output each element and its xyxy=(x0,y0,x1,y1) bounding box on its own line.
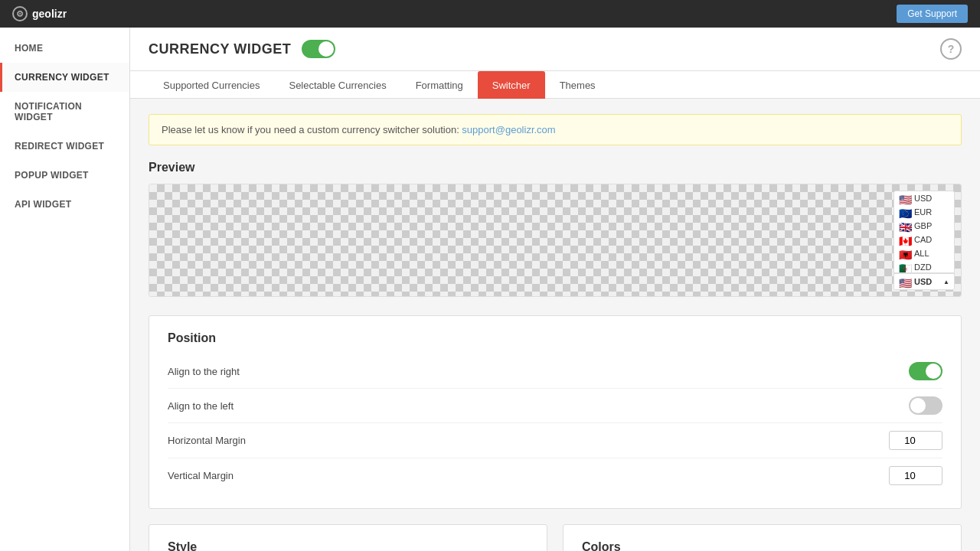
vertical-margin-label: Vertical Margin xyxy=(168,470,234,481)
sidebar-item-redirect-widget[interactable]: REDIRECT WIDGET xyxy=(0,132,129,161)
align-left-label: Align to the left xyxy=(168,400,234,412)
code-all: ALL xyxy=(914,249,929,258)
page-title: CURRENCY WIDGET xyxy=(149,41,291,57)
flag-cad: 🇨🇦 xyxy=(899,236,911,244)
flag-eur: 🇪🇺 xyxy=(899,208,911,217)
align-left-row: Align to the left xyxy=(168,389,942,423)
selected-code: USD xyxy=(914,277,932,286)
flag-gbp: 🇬🇧 xyxy=(899,222,911,230)
sidebar-item-currency-widget[interactable]: CURRENCY WIDGET xyxy=(0,63,129,92)
help-icon[interactable]: ? xyxy=(940,38,962,60)
banner-link[interactable]: support@geolizr.com xyxy=(462,124,555,135)
logo: ⚙ geolizr xyxy=(12,6,67,21)
code-gbp: GBP xyxy=(914,221,932,230)
tab-formatting[interactable]: Formatting xyxy=(401,71,478,99)
currency-item-gbp[interactable]: 🇬🇧 GBP xyxy=(894,219,954,233)
position-section: Position Align to the right Align to the… xyxy=(149,315,962,509)
colors-title: Colors xyxy=(582,540,942,551)
currency-item-dzd[interactable]: 🇩🇿 DZD xyxy=(894,260,954,273)
position-title: Position xyxy=(168,331,942,345)
align-right-label: Align to the right xyxy=(168,366,240,377)
code-dzd: DZD xyxy=(914,262,932,272)
horizontal-margin-row: Horizontal Margin xyxy=(168,423,942,458)
sidebar: HOME CURRENCY WIDGET NOTIFICATION WIDGET… xyxy=(0,28,130,551)
logo-icon: ⚙ xyxy=(12,6,28,21)
page-title-row: CURRENCY WIDGET xyxy=(149,40,335,58)
colors-card: Colors Text: Background: xyxy=(563,524,962,551)
selected-flag: 🇺🇸 xyxy=(899,278,911,286)
align-right-row: Align to the right xyxy=(168,354,942,389)
topbar: ⚙ geolizr Get Support xyxy=(0,0,980,28)
horizontal-margin-label: Horizontal Margin xyxy=(168,435,246,446)
preview-title: Preview xyxy=(149,161,962,174)
preview-area: 🇺🇸 USD 🇪🇺 EUR 🇬🇧 GBP 🇨🇦 xyxy=(149,184,962,297)
widget-selected-currency[interactable]: 🇺🇸 USD ▲ xyxy=(894,273,954,289)
style-card: Style Font: Arial, Helvetica, sans-serif… xyxy=(149,524,547,551)
code-usd: USD xyxy=(914,194,932,203)
align-left-toggle[interactable] xyxy=(909,396,942,415)
inner-content: Please let us know if you need a custom … xyxy=(130,99,980,551)
tab-themes[interactable]: Themes xyxy=(545,71,610,99)
currency-item-eur[interactable]: 🇪🇺 EUR xyxy=(894,205,954,219)
sidebar-item-popup-widget[interactable]: POPUP WIDGET xyxy=(0,161,129,190)
currency-item-cad[interactable]: 🇨🇦 CAD xyxy=(894,233,954,246)
code-eur: EUR xyxy=(914,207,932,217)
info-banner: Please let us know if you need a custom … xyxy=(149,114,962,145)
tab-selectable-currencies[interactable]: Selectable Currencies xyxy=(274,71,400,99)
horizontal-margin-input[interactable] xyxy=(889,431,942,450)
content-area: CURRENCY WIDGET ? Supported Currencies S… xyxy=(130,28,980,551)
page-header: CURRENCY WIDGET ? xyxy=(130,28,980,71)
align-right-toggle[interactable] xyxy=(909,362,942,380)
currency-item-all[interactable]: 🇦🇱 ALL xyxy=(894,246,954,260)
banner-text: Please let us know if you need a custom … xyxy=(162,124,462,135)
tab-supported-currencies[interactable]: Supported Currencies xyxy=(149,71,274,99)
flag-all: 🇦🇱 xyxy=(899,249,911,258)
get-support-button[interactable]: Get Support xyxy=(897,5,968,23)
tab-switcher[interactable]: Switcher xyxy=(478,71,545,99)
dropdown-arrow-icon: ▲ xyxy=(943,279,949,285)
code-cad: CAD xyxy=(914,235,932,244)
flag-dzd: 🇩🇿 xyxy=(899,263,911,272)
currency-item-usd[interactable]: 🇺🇸 USD xyxy=(894,191,954,205)
vertical-margin-input[interactable] xyxy=(889,466,942,485)
sidebar-item-api-widget[interactable]: API WIDGET xyxy=(0,190,129,219)
main-layout: HOME CURRENCY WIDGET NOTIFICATION WIDGET… xyxy=(0,28,980,551)
checkerboard-bg xyxy=(149,184,961,296)
sidebar-item-home[interactable]: HOME xyxy=(0,34,129,63)
currency-widget-toggle[interactable] xyxy=(302,40,335,58)
style-colors-section: Style Font: Arial, Helvetica, sans-serif… xyxy=(149,524,962,551)
logo-text: geolizr xyxy=(32,8,67,20)
tabs-bar: Supported Currencies Selectable Currenci… xyxy=(130,71,980,99)
vertical-margin-row: Vertical Margin xyxy=(168,458,942,493)
widget-dropdown[interactable]: 🇺🇸 USD 🇪🇺 EUR 🇬🇧 GBP 🇨🇦 xyxy=(894,191,954,273)
widget-preview: 🇺🇸 USD 🇪🇺 EUR 🇬🇧 GBP 🇨🇦 xyxy=(893,191,955,290)
style-title: Style xyxy=(168,540,528,551)
sidebar-item-notification-widget[interactable]: NOTIFICATION WIDGET xyxy=(0,92,129,132)
flag-usd: 🇺🇸 xyxy=(899,194,911,203)
